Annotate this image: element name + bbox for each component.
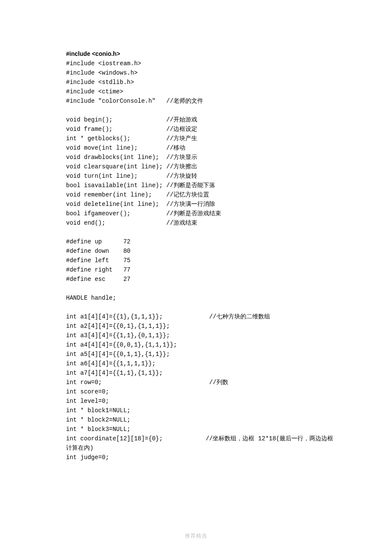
code-line: int a7[4][4]={{1,1},{1,1}}; bbox=[66, 368, 326, 378]
code-line: #define left 75 bbox=[66, 256, 326, 265]
code-line: #include <iostream.h> bbox=[66, 59, 326, 68]
code-line: bool isavailable(int line); //判断是否能下落 bbox=[66, 181, 326, 190]
code-text-bold: #include <conio.h> bbox=[66, 50, 120, 57]
code-line: #include <stdlib.h> bbox=[66, 78, 326, 87]
code-line: #include <windows.h> bbox=[66, 68, 326, 78]
code-line: int score=0; bbox=[66, 387, 326, 396]
code-line: int a4[4][4]={{0,0,1},{1,1,1}}; bbox=[66, 340, 326, 350]
code-line: #define up 72 bbox=[66, 237, 326, 246]
code-line: HANDLE handle; bbox=[66, 293, 326, 303]
code-line: void turn(int line); //方块旋转 bbox=[66, 171, 326, 181]
code-line bbox=[66, 303, 326, 312]
code-line: void end(); //游戏结束 bbox=[66, 218, 326, 228]
code-line: #include "colorConsole.h" //老师的文件 bbox=[66, 96, 326, 106]
code-line: #define right 77 bbox=[66, 265, 326, 275]
code-line: void remember(int line); //记忆方块位置 bbox=[66, 190, 326, 199]
code-line: void deleteline(int line); //方块满一行消除 bbox=[66, 199, 326, 209]
code-line: void drawblocks(int line); //方块显示 bbox=[66, 153, 326, 162]
code-line: void begin(); //开始游戏 bbox=[66, 115, 326, 124]
code-line: 计算在内) bbox=[66, 443, 326, 453]
code-line: void move(int line); //移动 bbox=[66, 143, 326, 153]
code-line: int * block3=NULL; bbox=[66, 425, 326, 434]
code-line: int a3[4][4]={{1,1},{0,1,1}}; bbox=[66, 331, 326, 340]
code-line: int coordinate[12][18]={0}; //坐标数组，边框 12… bbox=[66, 434, 326, 443]
code-line: int a6[4][4]={{1,1,1,1}}; bbox=[66, 359, 326, 368]
code-line: int a1[4][4]={{1},{1,1,1}}; //七种方块的二维数组 bbox=[66, 312, 326, 321]
code-line: int row=0; //列数 bbox=[66, 378, 326, 387]
code-line: #include <conio.h> bbox=[66, 49, 326, 59]
code-line: int a5[4][4]={{0,1,1},{1,1}}; bbox=[66, 350, 326, 359]
code-line: void clearsquare(int line); //方块擦出 bbox=[66, 162, 326, 171]
page-footer: 推荐精选 bbox=[0, 532, 392, 540]
document-page: #include <conio.h>#include <iostream.h>#… bbox=[0, 0, 392, 555]
code-line: #define down 80 bbox=[66, 246, 326, 256]
code-line bbox=[66, 284, 326, 293]
code-line: void frame(); //边框设定 bbox=[66, 124, 326, 134]
code-line: #include <ctime> bbox=[66, 87, 326, 96]
code-line: int level=0; bbox=[66, 396, 326, 406]
code-line bbox=[66, 106, 326, 115]
code-block: #include <conio.h>#include <iostream.h>#… bbox=[66, 49, 326, 462]
code-line: int * block2=NULL; bbox=[66, 415, 326, 425]
code-line: int * block1=NULL; bbox=[66, 406, 326, 415]
code-line: int * getblocks(); //方块产生 bbox=[66, 134, 326, 143]
code-line bbox=[66, 228, 326, 237]
code-line: #define esc 27 bbox=[66, 275, 326, 284]
code-line: int judge=0; bbox=[66, 453, 326, 462]
code-line: bool ifgameover(); //判断是否游戏结束 bbox=[66, 209, 326, 218]
code-line: int a2[4][4]={{0,1},{1,1,1}}; bbox=[66, 321, 326, 331]
